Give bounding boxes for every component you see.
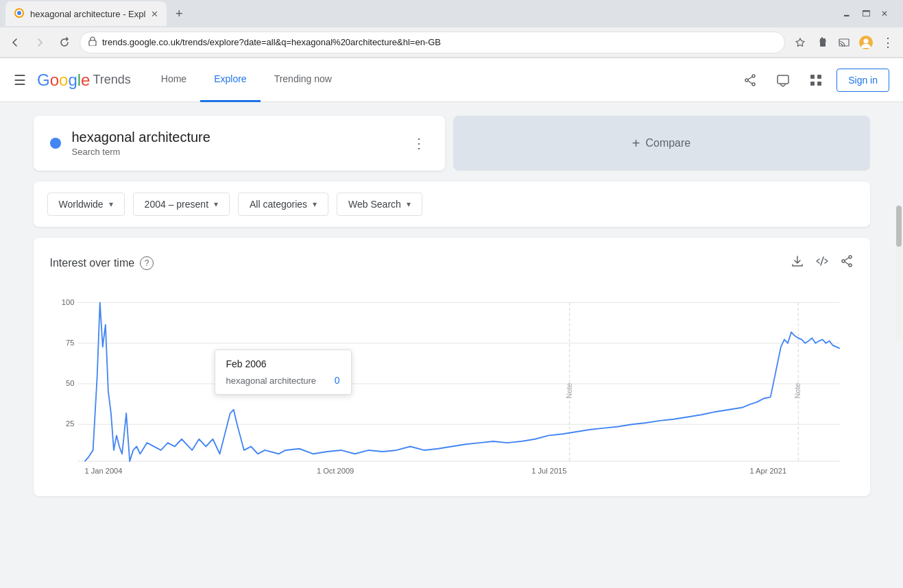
- share-btn[interactable]: [738, 68, 762, 93]
- nav-trending[interactable]: Trending now: [261, 58, 346, 102]
- tooltip-row: hexagonal architecture 0: [226, 375, 340, 386]
- chart-tooltip: Feb 2006 hexagonal architecture 0: [215, 350, 352, 395]
- url-text: trends.google.co.uk/trends/explore?date=…: [102, 37, 441, 47]
- cast-btn[interactable]: [834, 33, 854, 52]
- sign-in-btn[interactable]: Sign in: [836, 69, 889, 92]
- svg-rect-14: [817, 82, 821, 86]
- window-controls: 🗕 🗖 ✕: [839, 8, 898, 20]
- svg-point-7: [752, 75, 755, 77]
- term-dot: [50, 138, 61, 149]
- tab-bar: hexagonal architecture - Expl ✕ + 🗕 🗖 ✕: [0, 0, 903, 27]
- help-icon: ?: [145, 258, 149, 268]
- logo-e: e: [81, 71, 90, 90]
- svg-point-15: [849, 256, 852, 258]
- svg-rect-11: [810, 75, 815, 79]
- chart-card: Interest over time ?: [34, 238, 870, 496]
- close-btn[interactable]: ✕: [877, 8, 892, 20]
- nav-actions: ⋮: [791, 33, 898, 52]
- apps-btn[interactable]: [804, 68, 828, 93]
- trends-header: ☰ G o o g l e Trends Home Explore Trendi…: [0, 58, 903, 102]
- chart-header: Interest over time ?: [50, 254, 854, 271]
- trends-word: Trends: [93, 73, 130, 87]
- browser-chrome: hexagonal architecture - Expl ✕ + 🗕 🗖 ✕ …: [0, 0, 903, 58]
- date-arrow-icon: ▾: [214, 199, 218, 209]
- category-filter[interactable]: All categories ▾: [238, 193, 328, 216]
- svg-text:1 Apr 2021: 1 Apr 2021: [749, 467, 786, 475]
- main-content: hexagonal architecture Search term ⋮ + C…: [20, 102, 884, 510]
- new-tab-btn[interactable]: +: [169, 4, 189, 23]
- svg-text:1 Jan 2004: 1 Jan 2004: [84, 467, 123, 475]
- refresh-btn[interactable]: [55, 33, 74, 52]
- bookmark-star-btn[interactable]: [791, 33, 810, 52]
- logo-o1: o: [50, 71, 59, 90]
- scrollbar-track[interactable]: [896, 206, 902, 343]
- google-logo: G o o g l e: [37, 71, 90, 90]
- tab-close-btn[interactable]: ✕: [151, 9, 158, 19]
- svg-rect-12: [817, 75, 821, 79]
- share-chart-btn[interactable]: [840, 254, 854, 271]
- search-type-label: Web Search: [348, 199, 401, 210]
- scrollbar-thumb[interactable]: [896, 206, 902, 247]
- filters-bar: Worldwide ▾ 2004 – present ▾ All categor…: [34, 182, 870, 227]
- nav-explore[interactable]: Explore: [200, 58, 260, 102]
- svg-text:75: 75: [66, 339, 74, 347]
- svg-point-9: [752, 83, 755, 86]
- term-info: hexagonal architecture Search term: [72, 130, 409, 157]
- header-actions: Sign in: [738, 68, 889, 93]
- compare-card[interactable]: + Compare: [453, 116, 870, 171]
- tooltip-value: 0: [335, 375, 340, 386]
- svg-point-8: [745, 79, 748, 82]
- svg-rect-10: [778, 75, 788, 84]
- embed-btn[interactable]: [815, 254, 829, 271]
- region-label: Worldwide: [59, 199, 104, 210]
- tab-favicon: [14, 8, 25, 21]
- compare-plus-icon: +: [632, 136, 640, 151]
- svg-rect-3: [89, 40, 96, 46]
- tooltip-date: Feb 2006: [226, 358, 340, 369]
- maximize-btn[interactable]: 🗖: [858, 8, 874, 20]
- nav-home[interactable]: Home: [147, 58, 200, 102]
- address-bar[interactable]: trends.google.co.uk/trends/explore?date=…: [80, 32, 785, 53]
- active-tab: hexagonal architecture - Expl ✕: [5, 1, 167, 26]
- term-more-btn[interactable]: ⋮: [409, 132, 429, 154]
- chart-help-btn[interactable]: ?: [140, 256, 154, 270]
- svg-rect-13: [810, 82, 815, 86]
- svg-text:1 Oct 2009: 1 Oct 2009: [316, 467, 353, 475]
- tab-title: hexagonal architecture - Expl: [30, 9, 145, 19]
- back-btn[interactable]: [5, 33, 25, 52]
- search-type-filter[interactable]: Web Search ▾: [337, 193, 422, 216]
- region-filter[interactable]: Worldwide ▾: [47, 193, 125, 216]
- hamburger-menu-btn[interactable]: ☰: [14, 72, 26, 88]
- compare-label: Compare: [645, 137, 690, 149]
- forward-btn[interactable]: [30, 33, 49, 52]
- chart-area: 100 75 50 25 Note Note 1 Jan 2004 1 Oct …: [50, 288, 854, 480]
- chart-title: Interest over time: [50, 257, 135, 269]
- extension-btn[interactable]: [812, 33, 832, 52]
- chart-actions: [791, 254, 854, 271]
- term-type: Search term: [72, 147, 409, 157]
- profile-btn[interactable]: [856, 33, 876, 52]
- term-name: hexagonal architecture: [72, 130, 409, 145]
- minimize-btn[interactable]: 🗕: [839, 8, 855, 20]
- trend-chart: 100 75 50 25 Note Note 1 Jan 2004 1 Oct …: [50, 288, 854, 480]
- page-content: ☰ G o o g l e Trends Home Explore Trendi…: [0, 58, 903, 588]
- date-filter[interactable]: 2004 – present ▾: [133, 193, 230, 216]
- tooltip-term: hexagonal architecture: [226, 376, 317, 386]
- search-cards: hexagonal architecture Search term ⋮ + C…: [34, 116, 870, 171]
- svg-point-6: [864, 38, 869, 43]
- svg-text:1 Jul 2015: 1 Jul 2015: [531, 467, 566, 475]
- feedback-btn[interactable]: [771, 68, 795, 93]
- lock-icon: [88, 36, 97, 48]
- date-label: 2004 – present: [145, 199, 208, 210]
- svg-point-16: [842, 260, 845, 262]
- svg-text:Note: Note: [566, 383, 573, 399]
- search-type-arrow-icon: ▾: [407, 199, 411, 209]
- header-nav: Home Explore Trending now: [147, 58, 738, 102]
- search-term-card: hexagonal architecture Search term ⋮: [34, 116, 445, 171]
- download-btn[interactable]: [791, 254, 804, 271]
- svg-text:25: 25: [66, 419, 74, 428]
- logo-g2: g: [68, 71, 77, 90]
- menu-btn[interactable]: ⋮: [878, 33, 898, 52]
- category-arrow-icon: ▾: [313, 199, 317, 209]
- logo-o2: o: [59, 71, 68, 90]
